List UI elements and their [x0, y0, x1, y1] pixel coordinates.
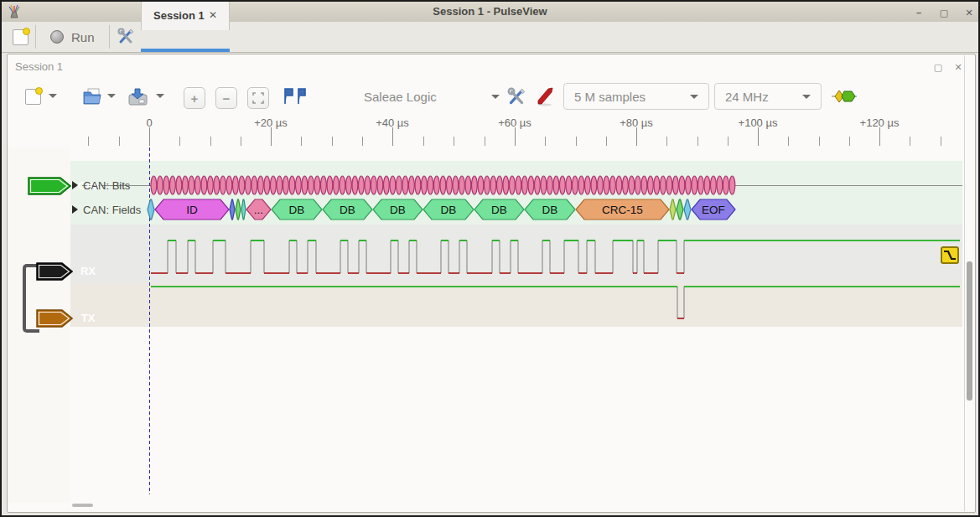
time-cursor[interactable] [149, 147, 150, 494]
rx-row-background [70, 225, 962, 283]
minus-icon: − [223, 92, 231, 105]
run-led-icon [50, 30, 64, 44]
vertical-scrollbar[interactable] [967, 261, 972, 401]
save-button[interactable] [126, 85, 149, 107]
zoom-in-button[interactable]: + [184, 87, 205, 109]
chevron-down-icon [491, 95, 500, 99]
channel-tag-label: TX [73, 312, 103, 324]
bits-row-expander[interactable] [72, 181, 78, 189]
show-cursors-button[interactable] [282, 85, 309, 107]
decoder-tag-shape [28, 177, 71, 195]
fields-row-label: CAN: Fields [83, 204, 141, 216]
device-select[interactable]: Saleae Logic [355, 84, 500, 109]
ruler-major-tick [271, 127, 272, 146]
settings-button[interactable] [114, 25, 137, 47]
ruler-major-tick [636, 127, 637, 146]
ruler-minor-tick [332, 137, 333, 146]
decoder-tag-can[interactable]: CAN [28, 177, 71, 195]
new-session-button[interactable] [8, 28, 32, 46]
ruler-minor-tick [666, 137, 667, 146]
chevron-down-icon [802, 95, 811, 99]
minimize-button[interactable]: – [912, 7, 926, 18]
ruler-major-tick [149, 127, 150, 146]
ruler-minor-tick [819, 137, 820, 146]
zoom-fit-button[interactable] [247, 87, 269, 109]
sample-count-value: 5 M samples [574, 90, 646, 104]
tab-label: Session 1 [153, 9, 205, 22]
sample-count-select[interactable]: 5 M samples [563, 83, 709, 110]
ruler-minor-tick [241, 137, 241, 146]
view-divider [964, 55, 965, 511]
maximize-button[interactable]: ▢ [937, 7, 951, 18]
save-dropdown[interactable] [156, 94, 164, 98]
run-label: Run [71, 30, 95, 44]
run-button[interactable]: Run [50, 27, 95, 47]
subwindow-title: Session 1 [15, 60, 63, 73]
ruler-minor-tick [941, 137, 941, 146]
trigger-marker[interactable] [941, 246, 959, 264]
ruler-minor-tick [910, 137, 910, 146]
save-icon [127, 87, 148, 106]
cursor-flags-icon [283, 87, 308, 106]
ruler-major-tick [515, 127, 516, 146]
configure-device-button[interactable] [505, 85, 528, 107]
device-select-value: Saleae Logic [364, 90, 437, 104]
channel-tag-shape [36, 309, 73, 328]
subwindow-restore-button[interactable]: ▢ [932, 61, 944, 73]
zoom-out-button[interactable]: − [215, 87, 237, 109]
chevron-down-icon [690, 95, 698, 99]
close-button[interactable]: ✕ [962, 7, 976, 18]
channels-button[interactable] [533, 85, 557, 107]
ruler-major-tick [392, 127, 393, 146]
plus-icon: + [191, 92, 199, 105]
active-tab-accent [141, 49, 230, 52]
decoder-icon [831, 88, 858, 105]
ruler-minor-tick [301, 137, 302, 146]
ruler-minor-tick [849, 137, 850, 146]
wrench-screwdriver-icon [506, 86, 526, 106]
toolbar-separator [109, 25, 110, 49]
channel-tag-shape [36, 262, 73, 281]
tab-session-1[interactable]: Session 1 ✕ [141, 2, 230, 30]
add-decoder-button[interactable] [830, 87, 858, 106]
open-folder-icon [82, 88, 102, 105]
falling-edge-icon [942, 248, 957, 262]
ruler-minor-tick [697, 137, 698, 146]
fields-row-expander[interactable] [72, 205, 78, 214]
channel-tag-rx[interactable]: RX [36, 262, 73, 281]
ruler-minor-tick [362, 137, 363, 146]
tx-row-background [70, 283, 962, 327]
zoom-fit-icon [252, 92, 264, 104]
channel-tag-tx[interactable]: TX [36, 309, 73, 328]
open-button[interactable] [80, 85, 104, 107]
pulseview-window: Session 1 - PulseView – ▢ ✕ Run Session … [0, 0, 980, 517]
ruler-major-tick [758, 127, 759, 146]
ruler-minor-tick [210, 137, 211, 146]
new-session-icon [13, 29, 29, 45]
sample-rate-select[interactable]: 24 MHz [714, 83, 822, 110]
ruler-minor-tick [423, 137, 424, 146]
open-dropdown[interactable] [107, 94, 116, 98]
ruler-minor-tick [119, 137, 120, 146]
tab-close-icon[interactable]: ✕ [209, 9, 217, 21]
new-file-icon [25, 89, 41, 105]
ruler-minor-tick [88, 137, 89, 146]
toolbar-separator [35, 25, 36, 49]
probe-icon [535, 86, 555, 106]
ruler-minor-tick [576, 137, 577, 146]
wrench-screwdriver-icon [117, 27, 135, 45]
ruler-minor-tick [606, 137, 607, 146]
sample-rate-value: 24 MHz [725, 90, 769, 104]
ruler-minor-tick [788, 137, 789, 146]
bits-row-baseline [82, 185, 962, 186]
ruler-minor-tick [485, 137, 485, 146]
ruler-minor-tick [179, 137, 180, 146]
ruler-minor-tick [545, 137, 546, 146]
ruler-major-tick [879, 127, 880, 146]
new-view-button[interactable] [22, 85, 44, 107]
new-view-dropdown[interactable] [49, 94, 57, 98]
subwindow-close-button[interactable]: ✕ [952, 61, 964, 73]
channel-tag-label: RX [73, 265, 103, 277]
horizontal-scrollbar[interactable] [72, 504, 93, 507]
ruler-minor-tick [728, 137, 729, 146]
